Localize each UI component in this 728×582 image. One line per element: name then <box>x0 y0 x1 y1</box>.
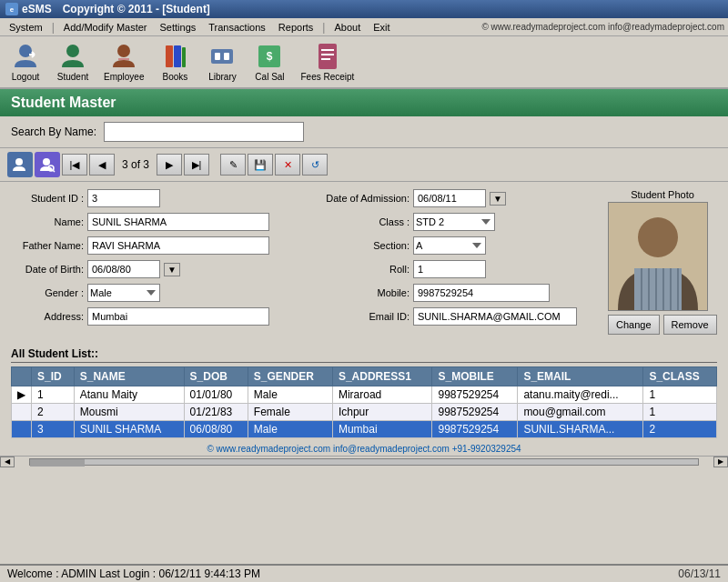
search-input[interactable] <box>104 122 304 142</box>
cell-address: Miraroad <box>332 386 432 404</box>
menu-settings[interactable]: Settings <box>155 20 202 35</box>
scrollbar-area: ◀ ▶ <box>0 456 728 467</box>
form-right: Student Photo Change Remove <box>608 189 717 335</box>
student-id-label: Student ID : <box>11 193 84 204</box>
cell-class: 1 <box>643 386 717 404</box>
photo-buttons: Change Remove <box>608 315 717 335</box>
nav-bar: + |◀ ◀ 3 of 3 ▶ ▶| ✎ 💾 ✕ ↺ <box>0 148 728 182</box>
cell-mobile: 9987529254 <box>432 386 518 404</box>
menu-system[interactable]: System <box>4 20 48 35</box>
name-input[interactable] <box>87 213 269 231</box>
menu-bar: System | Add/Modify Master Settings Tran… <box>0 18 728 36</box>
email-input[interactable] <box>413 307 577 326</box>
father-name-row: Father Name: <box>11 236 298 255</box>
scroll-track[interactable] <box>29 458 699 466</box>
logout-button[interactable]: Logout <box>5 40 46 84</box>
nav-refresh-button[interactable]: ↺ <box>302 154 328 176</box>
father-name-label: Father Name: <box>11 240 84 251</box>
svg-rect-8 <box>215 53 220 60</box>
svg-point-18 <box>43 158 50 166</box>
scroll-left-arrow[interactable]: ◀ <box>0 457 15 467</box>
section-select[interactable]: A B C <box>413 236 486 255</box>
email-row: Email ID: <box>309 307 597 326</box>
cell-address: Ichpur <box>332 404 432 421</box>
photo-section-label: Student Photo <box>608 189 717 200</box>
svg-text:$: $ <box>267 50 273 63</box>
table-row[interactable]: ▶ 1 Atanu Maity 01/01/80 Male Miraroad 9… <box>12 386 717 404</box>
admission-input[interactable] <box>413 189 486 207</box>
svg-rect-5 <box>174 45 181 67</box>
class-label: Class : <box>309 216 410 227</box>
status-left: Welcome : ADMIN Last Login : 06/12/11 9:… <box>7 567 678 580</box>
menu-exit[interactable]: Exit <box>368 20 395 35</box>
scroll-thumb[interactable] <box>30 459 85 467</box>
remove-photo-button[interactable]: Remove <box>663 315 717 335</box>
menubar-website: © www.readymadeproject.com info@readymad… <box>481 22 724 32</box>
student-id-input[interactable] <box>87 189 160 207</box>
form-area: Student ID : Name: Father Name: Date of … <box>0 182 728 342</box>
table-title: All Student List:: <box>11 346 717 363</box>
table-row[interactable]: 3 SUNIL SHARMA 06/08/80 Male Mumbai 9987… <box>12 421 717 438</box>
nav-last-button[interactable]: ▶| <box>184 154 209 176</box>
fees-icon <box>313 42 342 71</box>
nav-next-button[interactable]: ▶ <box>157 154 182 176</box>
change-photo-button[interactable]: Change <box>608 315 660 335</box>
col-sdob: S_DOB <box>184 367 248 386</box>
find-student-icon[interactable] <box>35 152 60 177</box>
table-row[interactable]: 2 Mousmi 01/21/83 Female Ichpur 99875292… <box>12 404 717 421</box>
library-button[interactable]: Library <box>202 40 242 84</box>
col-sname: S_NAME <box>74 367 184 386</box>
dob-dropdown-icon[interactable]: ▼ <box>164 263 180 276</box>
app-icon: e <box>5 3 18 15</box>
student-photo <box>608 202 708 311</box>
svg-rect-13 <box>321 49 334 51</box>
nav-first-button[interactable]: |◀ <box>62 154 87 176</box>
cell-class: 2 <box>643 421 717 438</box>
menu-about[interactable]: About <box>329 20 366 35</box>
roll-label: Roll: <box>309 264 410 275</box>
roll-row: Roll: <box>309 260 597 278</box>
menu-add-modify[interactable]: Add/Modify Master <box>58 20 153 35</box>
books-label: Books <box>163 72 188 82</box>
app-name: eSMS <box>22 3 52 15</box>
dob-input[interactable] <box>87 260 160 278</box>
address-row: Address: <box>11 307 298 326</box>
menu-transactions[interactable]: Transactions <box>203 20 271 35</box>
menu-reports[interactable]: Reports <box>273 20 319 35</box>
employee-button[interactable]: Employee <box>100 40 147 84</box>
cell-name: Mousmi <box>74 404 184 421</box>
fees-receipt-button[interactable]: Fees Receipt <box>297 40 358 84</box>
cell-dob: 06/08/80 <box>184 421 248 438</box>
col-indicator <box>12 367 32 386</box>
calsal-label: Cal Sal <box>255 72 284 82</box>
logout-icon <box>11 42 40 71</box>
svg-text:+: + <box>25 156 28 166</box>
address-input[interactable] <box>87 307 269 326</box>
search-bar: Search By Name: <box>0 116 728 148</box>
mobile-input[interactable] <box>413 284 550 302</box>
class-select[interactable]: STD 1 STD 2 STD 3 <box>413 213 495 231</box>
calsal-button[interactable]: $ Cal Sal <box>249 40 289 84</box>
admission-dropdown-icon[interactable]: ▼ <box>490 192 506 206</box>
name-label: Name: <box>11 216 84 227</box>
cell-email: SUNIL.SHARMA... <box>518 421 643 438</box>
scroll-right-arrow[interactable]: ▶ <box>713 457 728 467</box>
student-button[interactable]: Student <box>53 40 93 84</box>
nav-delete-button[interactable]: ✕ <box>275 154 300 176</box>
table-header-row: S_ID S_NAME S_DOB S_GENDER S_ADDRESS1 S_… <box>12 367 717 386</box>
nav-edit-button[interactable]: ✎ <box>220 154 246 176</box>
add-student-icon[interactable]: + <box>7 152 33 177</box>
dob-row: Date of Birth: ▼ <box>11 260 298 278</box>
calsal-icon: $ <box>255 42 284 71</box>
father-name-input[interactable] <box>87 236 269 255</box>
books-button[interactable]: Books <box>155 40 195 84</box>
cell-gender: Male <box>248 421 332 438</box>
nav-save-button[interactable]: 💾 <box>248 154 273 176</box>
gender-select[interactable]: Male Female <box>87 284 160 302</box>
section-row: Section: A B C <box>309 236 597 255</box>
library-label: Library <box>208 72 237 82</box>
svg-rect-4 <box>166 45 173 67</box>
nav-prev-button[interactable]: ◀ <box>89 154 115 176</box>
dob-label: Date of Birth: <box>11 264 84 275</box>
roll-input[interactable] <box>413 260 486 278</box>
